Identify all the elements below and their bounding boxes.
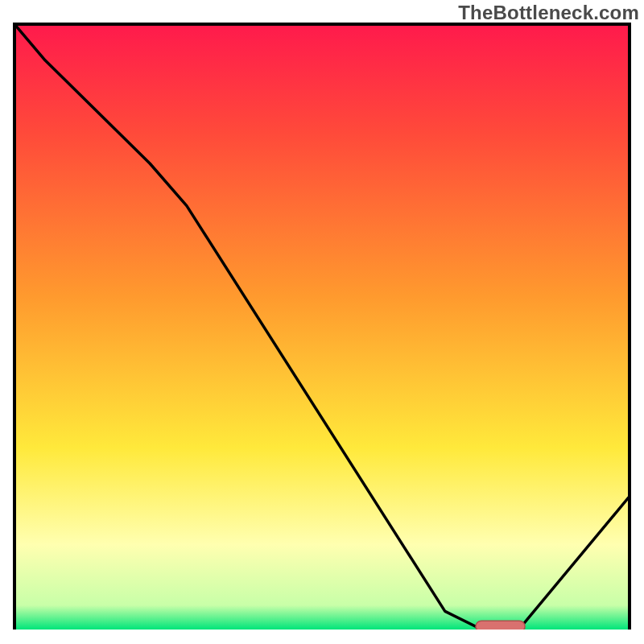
optimal-range-marker (476, 621, 525, 632)
plot-background (14, 24, 630, 630)
chart-stage: TheBottleneck.com (0, 0, 644, 644)
watermark-text: TheBottleneck.com (458, 2, 639, 24)
chart-svg (0, 0, 644, 644)
